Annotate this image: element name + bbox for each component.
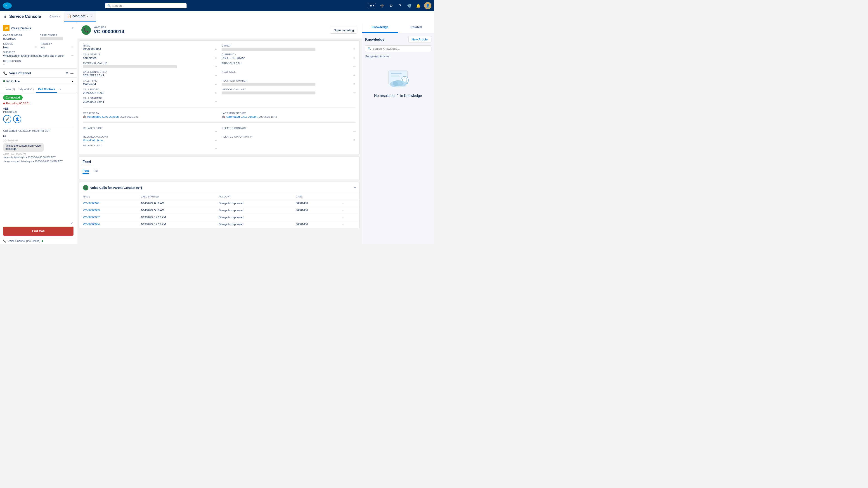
name-row: VC-00000014 ✏: [83, 47, 217, 51]
favorites-btn[interactable]: ★ ▾: [368, 3, 376, 8]
knowledge-header: Knowledge New Article: [365, 36, 431, 43]
row-actions-cell[interactable]: ▾: [339, 221, 359, 228]
name-edit-icon[interactable]: ✏: [215, 48, 217, 51]
call-name-cell[interactable]: VC-00000987: [80, 214, 137, 221]
active-record-tab[interactable]: 📋 00001002 ▾ ✕: [64, 11, 96, 22]
settings-icon[interactable]: ⚙️: [406, 2, 412, 9]
related-case-label: Related Case: [83, 127, 217, 129]
avatar[interactable]: 👤: [424, 2, 431, 9]
related-lead-edit[interactable]: ✏: [215, 147, 217, 151]
call-ended-value: 2024/5/22 15:42: [83, 91, 104, 95]
vendor-key-edit[interactable]: ✏: [353, 91, 355, 94]
created-by-value[interactable]: 🤖 Automated CXG Junsen. 2024/5/22 15:41: [83, 115, 138, 119]
external-call-id-label: External Call ID: [83, 62, 217, 65]
setup-icon[interactable]: ⚙: [388, 2, 394, 9]
feed-tabs: Post Poll: [83, 169, 356, 174]
call-ended-edit[interactable]: ✏: [215, 92, 217, 95]
last-modified-label: Last Modified By: [222, 112, 355, 115]
last-modified-row: 🤖 Automated CXG Junsen. 2024/5/22 15:42: [222, 115, 355, 119]
app-menu-icon[interactable]: ⠿: [2, 13, 7, 20]
new-article-button[interactable]: New Article: [408, 36, 431, 43]
voice-minimize-icon[interactable]: —: [70, 71, 73, 75]
call-type-edit[interactable]: ✏: [215, 83, 217, 86]
call-started-edit[interactable]: ✏: [215, 100, 217, 103]
voice-tabs: New (1) My work (1) Call Controls ▾: [0, 85, 76, 93]
cases-tab[interactable]: Cases ▾: [46, 11, 64, 22]
voice-call-icon: 📞: [82, 25, 91, 35]
case-number-value: 00001002: [3, 37, 37, 40]
mute-btn[interactable]: 🎤: [3, 115, 11, 123]
created-by-date: 2024/5/22 15:41: [120, 116, 138, 118]
last-modified-value[interactable]: 🤖 Automated CXG Junsen. 2024/5/22 15:42: [222, 115, 277, 119]
recipient-edit[interactable]: ✏: [353, 83, 355, 86]
top-navigation: sf 🔍 ★ ▾ ➕ ⚙ ? ⚙️ 🔔 👤: [0, 0, 434, 11]
add-icon[interactable]: ➕: [379, 2, 385, 9]
related-account-edit[interactable]: ✏: [215, 139, 217, 142]
global-search[interactable]: 🔍: [105, 3, 187, 8]
voice-gear-icon[interactable]: ⚙: [66, 71, 68, 75]
table-row: VC-00000987 4/13/2023, 12:17 PM Omega In…: [80, 214, 359, 221]
call-name-cell[interactable]: VC-00000989: [80, 207, 137, 214]
related-calls-dropdown[interactable]: ▾: [354, 186, 355, 189]
currency-edit[interactable]: ✏: [353, 57, 355, 60]
related-contact-edit[interactable]: ✏: [353, 130, 355, 133]
record-meta: Voice Call VC-00000014: [94, 26, 328, 35]
feed-tab-post[interactable]: Post: [83, 169, 89, 174]
row-actions-cell[interactable]: ▾: [339, 207, 359, 214]
tab-mywork[interactable]: My work (1): [17, 86, 36, 93]
end-call-button[interactable]: End Call: [3, 227, 73, 236]
related-case-field: Related Case ✏: [83, 127, 217, 133]
case-details-dropdown[interactable]: ▾: [72, 26, 73, 30]
tab-knowledge[interactable]: Knowledge: [362, 22, 398, 33]
owner-edit-icon[interactable]: ✏: [353, 47, 355, 51]
owner-placeholder: [222, 48, 315, 51]
priority-edit-icon[interactable]: ✏: [71, 46, 73, 48]
priority-field: Priority Low ✏: [40, 42, 74, 49]
call-name-cell[interactable]: VC-00000991: [80, 200, 137, 207]
tab-callcontrols[interactable]: Call Controls: [36, 86, 57, 93]
feed-tab-poll[interactable]: Poll: [93, 169, 98, 174]
cases-dropdown-icon[interactable]: ▾: [59, 15, 61, 18]
previous-call-edit[interactable]: ✏: [353, 65, 355, 68]
tab-new[interactable]: New (1): [3, 86, 17, 93]
status-dropdown-icon[interactable]: ▾: [72, 79, 73, 83]
notifications-icon[interactable]: 🔔: [415, 2, 422, 9]
transfer-btn[interactable]: 👤: [13, 115, 21, 123]
subject-edit-icon[interactable]: ✏: [71, 54, 73, 57]
col-actions: [339, 193, 359, 200]
star-icon: ★: [370, 4, 372, 7]
search-knowledge-input[interactable]: [373, 47, 429, 51]
case-owner-field: Case Owner: [40, 34, 74, 41]
next-call-edit[interactable]: ✏: [353, 74, 355, 77]
tab-related[interactable]: Related: [398, 22, 434, 33]
call-connected-row: 2024/5/22 15:41 ✏: [83, 74, 217, 77]
tab-options-dropdown[interactable]: ▾: [57, 86, 63, 93]
tab-close-icon[interactable]: ✕: [91, 15, 93, 18]
tab-dropdown-icon[interactable]: ▾: [87, 15, 88, 18]
center-scroll[interactable]: 📞 Voice Call VC-00000014 Open recording …: [77, 22, 362, 244]
call-type-detail-value: Outbound: [83, 83, 96, 86]
row-actions-cell[interactable]: ▾: [339, 214, 359, 221]
voice-channel-section: 📞 Voice Channel ⚙ — PC Online ▾ New (1) …: [0, 69, 76, 244]
right-tabs: Knowledge Related: [362, 22, 434, 33]
app-bar: ⠿ Service Console Cases ▾ 📋 00001002 ▾ ✕: [0, 11, 434, 22]
help-icon[interactable]: ?: [397, 2, 403, 9]
open-recording-button[interactable]: Open recording: [330, 27, 357, 34]
call-connected-edit[interactable]: ✏: [215, 74, 217, 77]
recipient-placeholder: [222, 83, 315, 86]
external-call-id-field: External Call ID ✏: [83, 62, 217, 68]
search-knowledge[interactable]: 🔍: [365, 45, 431, 52]
description-edit-icon[interactable]: ✏: [3, 63, 73, 66]
call-status-edit[interactable]: ✏: [215, 57, 217, 60]
external-call-edit[interactable]: ✏: [215, 65, 217, 68]
expand-icon[interactable]: ⤢: [71, 221, 73, 224]
call-name-cell[interactable]: VC-00000984: [80, 221, 137, 228]
row-actions-cell[interactable]: ▾: [339, 200, 359, 207]
subject-value: Which store in Shanghai has the hand bag…: [3, 54, 64, 58]
related-account-value[interactable]: VoiceCall_Auto_: [83, 138, 104, 142]
salesforce-logo[interactable]: sf: [3, 2, 12, 9]
status-edit-icon[interactable]: ✏: [35, 46, 37, 48]
related-case-edit[interactable]: ✏: [215, 130, 217, 133]
search-input[interactable]: [112, 4, 184, 7]
related-opportunity-edit[interactable]: ✏: [353, 138, 355, 142]
